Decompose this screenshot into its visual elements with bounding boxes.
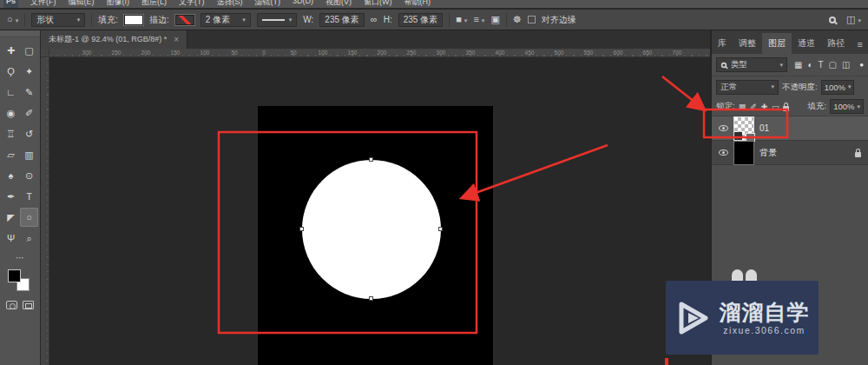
tool-button-eraser-tool[interactable]: ▱ (2, 145, 20, 164)
lock-icon-lock-position-icon[interactable]: ✚ (761, 103, 768, 111)
tool-button-marquee-tool[interactable]: ▢ (20, 41, 38, 60)
anchor-point-top[interactable] (369, 157, 373, 162)
layer-row-01[interactable]: 01 (712, 116, 868, 141)
document-tab[interactable]: 未标题-1 @ 92.4% (01, RGB/8#) * × (41, 30, 187, 49)
opacity-field[interactable]: 100% ▾ (821, 80, 855, 95)
fill-label: 填充: (98, 14, 118, 26)
menu-item[interactable]: 图层(L) (141, 0, 167, 8)
anchor-point-left[interactable] (299, 227, 304, 231)
layers-list: 01 背景 (712, 116, 868, 165)
ruler-corner[interactable] (41, 49, 49, 57)
fill-field[interactable]: 100% ▾ (830, 99, 864, 114)
filter-icon-filter-smart-object-icon[interactable]: ◫ (842, 60, 850, 70)
tool-button-lasso-tool[interactable]: Ϙ (2, 62, 20, 81)
search-icon (721, 62, 727, 67)
stroke-style-dropdown[interactable]: ▾ (257, 13, 298, 27)
ruler-tick-label: 350 (466, 50, 476, 56)
tool-button-move-tool[interactable]: ✚ (2, 41, 20, 60)
ruler-tick-label: 550 (584, 50, 594, 56)
menu-item[interactable]: 文字(T) (179, 0, 205, 8)
photoshop-logo: Ps (3, 0, 18, 9)
geometry-options-gear-icon[interactable]: ☸ (513, 15, 522, 24)
tool-button-dodge-tool[interactable]: ⊙ (20, 166, 38, 185)
menu-item[interactable]: 视图(V) (326, 0, 352, 8)
stroke-width-field[interactable]: 2 像素▾ (201, 13, 251, 27)
filter-icon-filter-type-icon[interactable]: T (819, 60, 824, 70)
tool-button-type-tool[interactable]: T (20, 187, 38, 206)
tool-button-blur-tool[interactable]: ♠ (2, 166, 20, 185)
edit-toolbar-icon[interactable]: ⋯ (0, 253, 40, 262)
tool-button-zoom-tool[interactable]: ⌕ (20, 229, 38, 248)
quick-mask-icon[interactable] (6, 301, 17, 309)
filter-icon-filter-adjustment-icon[interactable]: ◐ (807, 60, 812, 70)
path-operations-icon[interactable]: ■ ▾ (456, 15, 467, 24)
foreground-color-swatch[interactable] (8, 269, 21, 282)
white-circle-shape[interactable] (302, 160, 441, 299)
tool-button-pen-tool[interactable]: ✒ (2, 187, 20, 206)
panel-tab[interactable]: 通道 (792, 33, 821, 54)
menu-item[interactable]: 3D(D) (293, 0, 313, 8)
anchor-point-bottom[interactable] (369, 296, 373, 301)
layer-thumbnail[interactable] (734, 142, 753, 164)
tool-button-ellipse-tool[interactable]: ○ (20, 208, 38, 227)
eye-icon (719, 149, 728, 156)
panel-tab[interactable]: 调整 (733, 33, 762, 54)
lock-icon-lock-pixels-icon[interactable]: ✐ (750, 103, 757, 111)
panel-tab[interactable]: 库 (712, 33, 733, 54)
tool-button-history-brush-tool[interactable]: ↺ (20, 124, 38, 143)
width-field[interactable]: 235 像素 (319, 13, 364, 27)
tool-button-magic-wand-tool[interactable]: ✦ (20, 62, 38, 81)
horizontal-ruler[interactable]: 3002502001501005005010015020025030035040… (49, 49, 710, 57)
path-arrangement-icon[interactable]: ▣ (490, 15, 499, 24)
panel-menu-icon[interactable]: ≡ (852, 35, 868, 54)
filter-icon-filter-shape-icon[interactable]: ▢ (829, 60, 837, 70)
workspace-switcher-icon[interactable]: ◫ ▾ (846, 15, 861, 24)
tool-button-clone-stamp-tool[interactable]: ♖ (2, 124, 20, 143)
close-tab-icon[interactable]: × (174, 35, 179, 44)
tool-button-crop-tool[interactable]: ∟ (2, 83, 20, 102)
tool-mode-dropdown[interactable]: 形状▾ (31, 13, 85, 27)
tool-button-eyedropper-tool[interactable]: ✎ (20, 83, 38, 102)
screen-mode-icon[interactable] (23, 301, 34, 309)
toolbar-grip[interactable] (0, 30, 40, 37)
stroke-swatch[interactable] (175, 15, 194, 25)
lock-icon-lock-artboard-icon[interactable]: ▭ (772, 103, 779, 111)
anchor-point-right[interactable] (438, 227, 443, 231)
menu-item[interactable]: 滤镜(T) (255, 0, 281, 8)
tool-button-brush-tool[interactable]: ✐ (20, 103, 38, 123)
menu-item[interactable]: 图像(I) (107, 0, 130, 8)
panel-tab[interactable]: 图层 (762, 33, 792, 54)
visibility-toggle[interactable] (719, 148, 728, 157)
layer-thumbnail[interactable] (734, 117, 753, 140)
menu-item[interactable]: 编辑(E) (69, 0, 95, 8)
tool-button-gradient-tool[interactable]: ▥ (20, 145, 38, 164)
menu-item[interactable]: 窗口(W) (364, 0, 392, 8)
tool-button-path-selection-tool[interactable]: ◤ (2, 208, 20, 227)
blend-mode-row: 正常 ▾ 不透明度: 100% ▾ (712, 76, 868, 97)
fill-swatch[interactable] (124, 15, 143, 25)
menu-item[interactable]: 帮助(H) (404, 0, 431, 8)
lock-label: 锁定: (716, 101, 735, 112)
layer-row-背景[interactable]: 背景 (712, 141, 868, 165)
vertical-ruler[interactable] (41, 57, 49, 365)
menu-item[interactable]: 选择(S) (217, 0, 243, 8)
opacity-label: 不透明度: (782, 82, 818, 93)
layer-filter-type-dropdown[interactable]: 类型 ▾ (716, 57, 787, 72)
panel-tab[interactable]: 路径 (821, 33, 851, 54)
menu-item[interactable]: 文件(F) (30, 0, 56, 8)
link-dimensions-icon[interactable]: ∞ (371, 15, 378, 24)
tool-button-healing-brush-tool[interactable]: ◉ (2, 103, 20, 123)
align-edges-checkbox[interactable] (528, 16, 536, 23)
path-alignment-icon[interactable]: ≡ ▾ (473, 15, 484, 24)
lock-all-icon[interactable] (783, 106, 789, 111)
ruler-tick-label: 450 (525, 50, 535, 56)
filter-toggle-icon[interactable]: ● (859, 61, 864, 69)
filter-icon-filter-pixel-icon[interactable]: ▦ (794, 60, 802, 70)
search-icon[interactable] (829, 17, 836, 23)
tool-button-hand-tool[interactable]: Ψ (2, 229, 20, 248)
ellipse-tool-preset-icon[interactable]: ○ ▾ (7, 15, 18, 24)
visibility-toggle[interactable] (719, 123, 728, 133)
blend-mode-dropdown[interactable]: 正常 ▾ (716, 80, 779, 95)
lock-icon-lock-transparent-icon[interactable]: ▦ (739, 103, 746, 111)
height-field[interactable]: 235 像素 (398, 13, 443, 27)
